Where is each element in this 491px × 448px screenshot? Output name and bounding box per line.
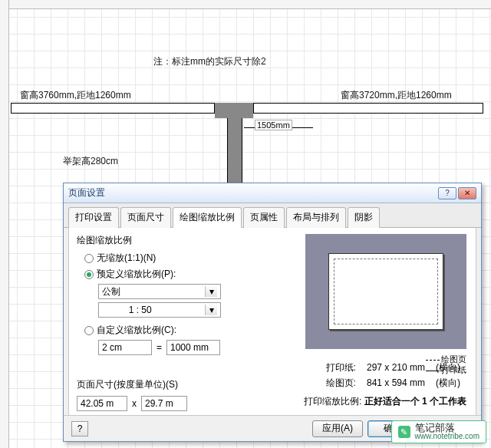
ruler-top xyxy=(0,0,491,9)
help-button[interactable]: ? xyxy=(71,421,88,436)
tab-props[interactable]: 页属性 xyxy=(243,207,285,228)
ratio-value: 1 : 50 xyxy=(129,305,152,315)
ruler-left xyxy=(0,0,9,448)
page-x-label: x xyxy=(132,398,137,409)
ratio-combo[interactable]: 1 : 50 ▾ xyxy=(98,302,221,318)
canvas-label-right: 窗高3720mm,距地1260mm xyxy=(341,89,452,102)
pencil-icon: ✎ xyxy=(398,426,410,438)
info-page-orient: (横向) xyxy=(431,376,465,390)
dialog-titlebar[interactable]: 页面设置 ? ✕ xyxy=(64,183,481,203)
close-button[interactable]: ✕ xyxy=(458,187,476,199)
tab-scale[interactable]: 绘图缩放比例 xyxy=(173,207,242,228)
fit-value: 正好适合一个 1 个工作表 xyxy=(364,396,466,407)
unit-system-combo[interactable]: 公制 ▾ xyxy=(98,284,221,299)
page-height-value: 29.7 m xyxy=(145,398,173,409)
tab-layout[interactable]: 布局与排列 xyxy=(286,207,346,228)
info-paper-value: 297 x 210 mm xyxy=(362,361,430,374)
fit-row: 打印缩放比例: 正好适合一个 1 个工作表 xyxy=(304,395,466,408)
tab-size[interactable]: 页面尺寸 xyxy=(120,207,171,228)
canvas-label-left: 窗高3760mm,距地1260mm xyxy=(20,89,131,102)
fit-label: 打印缩放比例: xyxy=(304,396,361,407)
watermark: ✎ 笔记部落 www.notetribe.com xyxy=(391,420,486,443)
dialog-title: 页面设置 xyxy=(68,186,438,199)
info-page-label: 绘图页: xyxy=(321,376,361,390)
wall-left xyxy=(11,103,215,114)
radio-predefined-label: 预定义缩放比例(P): xyxy=(97,268,176,281)
preview-page xyxy=(328,253,443,330)
chevron-down-icon: ▾ xyxy=(205,286,217,297)
custom-right-value: 1000 mm xyxy=(170,342,209,353)
tab-shadow[interactable]: 阴影 xyxy=(348,207,380,228)
radio-custom[interactable] xyxy=(84,326,94,335)
page-height-input[interactable]: 29.7 m xyxy=(141,396,187,411)
wall-junction xyxy=(215,103,253,118)
canvas-note: 注：标注mm的实际尺寸除2 xyxy=(153,55,266,68)
preview-box xyxy=(305,234,466,349)
dimension-1505: 1505mm xyxy=(255,120,292,130)
radio-no-scale-label: 无缩放(1:1)(N) xyxy=(97,252,156,265)
watermark-url: www.notetribe.com xyxy=(415,432,479,440)
watermark-name: 笔记部落 xyxy=(415,423,479,432)
canvas-label-bottom: 举架高280cm xyxy=(63,155,118,168)
scale-panel: 绘图缩放比例 无缩放(1:1)(N) 预定义缩放比例(P): 公制 ▾ 1 : … xyxy=(68,228,476,426)
wall-right xyxy=(253,103,483,114)
page-setup-dialog: 页面设置 ? ✕ 打印设置 页面尺寸 绘图缩放比例 页属性 布局与排列 阴影 绘… xyxy=(63,183,482,442)
tab-strip: 打印设置 页面尺寸 绘图缩放比例 页属性 布局与排列 阴影 xyxy=(64,203,481,228)
radio-no-scale[interactable] xyxy=(84,254,94,263)
custom-right-input[interactable]: 1000 mm xyxy=(166,340,220,355)
custom-left-value: 2 cm xyxy=(102,342,122,353)
custom-left-input[interactable]: 2 cm xyxy=(98,340,152,355)
info-page-value: 841 x 594 mm xyxy=(362,376,430,390)
tab-print[interactable]: 打印设置 xyxy=(68,207,119,228)
info-paper-orient: (横向) xyxy=(431,361,465,374)
info-block: 打印纸: 297 x 210 mm (横向) 绘图页: 841 x 594 mm… xyxy=(320,359,466,391)
info-paper-label: 打印纸: xyxy=(321,361,361,374)
equals-label: = xyxy=(157,342,162,353)
help-button-titlebar[interactable]: ? xyxy=(438,187,456,199)
apply-button[interactable]: 应用(A) xyxy=(312,420,363,437)
page-width-value: 42.05 m xyxy=(81,398,114,409)
chevron-down-icon: ▾ xyxy=(205,305,217,315)
unit-system-value: 公制 xyxy=(102,285,120,298)
preview-area: 绘图页 打印纸 xyxy=(305,234,466,375)
page-width-input[interactable]: 42.05 m xyxy=(77,396,127,411)
radio-custom-label: 自定义缩放比例(C): xyxy=(97,324,176,337)
radio-predefined[interactable] xyxy=(84,270,94,279)
page-size-label: 页面尺寸(按度量单位)(S) xyxy=(77,378,178,391)
